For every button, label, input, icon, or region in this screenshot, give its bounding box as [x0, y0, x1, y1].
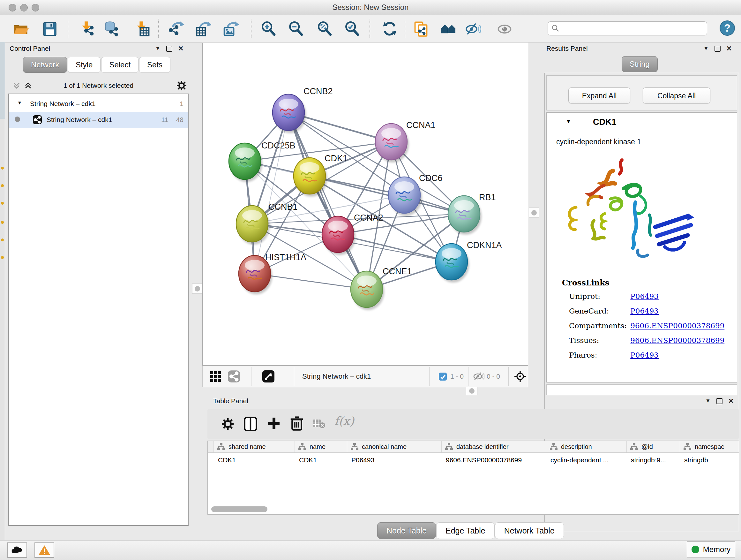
control-panel-float-icon[interactable] — [166, 46, 172, 52]
hidden-eye-icon[interactable] — [473, 372, 484, 382]
memory-label: Memory — [703, 545, 731, 554]
delete-column-trash-icon[interactable] — [290, 416, 304, 432]
network-collection-row[interactable]: ▼ String Network – cdk1 1 — [9, 97, 188, 111]
crosslink-link[interactable]: 9606.ENSP00000378699 — [630, 321, 724, 330]
column-header-canonical-name[interactable]: canonical name — [347, 441, 442, 452]
column-header-shared-name[interactable]: shared name — [213, 441, 295, 452]
gene-collapse-icon[interactable]: ▼ — [566, 118, 571, 125]
network-row[interactable]: String Network – cdk1 11 48 — [9, 112, 188, 128]
export-image-icon[interactable] — [223, 21, 239, 37]
home-pair-icon[interactable] — [441, 21, 456, 37]
results-panel-float-icon[interactable] — [715, 46, 721, 52]
results-panel-collapse-icon[interactable]: ▼ — [703, 45, 709, 52]
table-horizontal-scrollbar[interactable] — [211, 506, 267, 512]
network-node-CDC6[interactable]: CDC6 — [388, 173, 443, 216]
export-network-icon[interactable] — [169, 21, 185, 37]
column-header-name[interactable]: name — [294, 441, 347, 452]
control-panel-close-icon[interactable]: ✕ — [178, 45, 184, 52]
birdseye-view-icon[interactable] — [262, 370, 275, 384]
clone-network-icon[interactable] — [413, 21, 429, 37]
network-node-CCNE1[interactable]: CCNE1 — [351, 266, 412, 310]
warnings-button[interactable] — [35, 543, 54, 558]
splitter-handle-left[interactable] — [192, 284, 202, 294]
network-canvas[interactable]: CCNB2 CCNA1 CDC25B CDK1 — [202, 43, 528, 366]
network-node-HIST1H1A[interactable]: HIST1H1A — [239, 253, 307, 294]
import-network-from-database-icon[interactable] — [104, 21, 120, 37]
crosslink-link[interactable]: 9606.ENSP00000378699 — [630, 336, 724, 345]
table-cell[interactable]: cyclin-dependent ... — [550, 454, 626, 466]
column-header-database-identifier[interactable]: database identifier — [441, 441, 546, 452]
table-cell[interactable]: P06493 — [351, 454, 441, 466]
tab-string[interactable]: String — [622, 56, 658, 72]
network-node-CCNB2[interactable]: CCNB2 — [273, 86, 333, 133]
memory-button[interactable]: Memory — [687, 542, 735, 557]
column-header-description[interactable]: description — [546, 441, 627, 452]
open-session-icon[interactable] — [13, 21, 29, 37]
results-panel-close-icon[interactable]: ✕ — [726, 45, 732, 52]
cloud-button[interactable] — [7, 543, 27, 558]
tab-edge-table[interactable]: Edge Table — [436, 522, 495, 539]
table-cell[interactable]: stringdb:9... — [631, 454, 679, 466]
column-header-@id[interactable]: @id — [626, 441, 680, 452]
show-hide-graphics-icon[interactable] — [465, 21, 481, 37]
collapse-all-button[interactable]: Collapse All — [643, 87, 711, 104]
zoom-fit-icon[interactable] — [317, 21, 333, 37]
node-label: CDKN1A — [467, 240, 502, 250]
network-edge[interactable] — [255, 112, 288, 273]
node-table[interactable]: shared name name canonical name database… — [207, 441, 739, 515]
node-table-header: shared name name canonical name database… — [208, 441, 739, 453]
save-session-icon[interactable] — [42, 21, 57, 37]
crosslink-link[interactable]: P06493 — [630, 292, 659, 300]
splitter-handle-bottom[interactable] — [466, 386, 477, 395]
table-panel-collapse-icon[interactable]: ▼ — [705, 398, 711, 404]
tab-network[interactable]: Network — [23, 57, 67, 73]
tree-expand-icon[interactable]: ▼ — [17, 100, 22, 105]
results-scrollbar[interactable] — [546, 384, 737, 395]
table-panel-close-icon[interactable]: ✕ — [728, 397, 734, 405]
control-panel-collapse-icon[interactable]: ▼ — [155, 45, 160, 52]
network-node-CCNB1[interactable]: CCNB1 — [236, 202, 298, 245]
network-node-RB1[interactable]: RB1 — [448, 192, 496, 235]
network-options-gear-icon[interactable] — [176, 80, 187, 93]
table-panel-float-icon[interactable] — [717, 398, 723, 404]
network-node-CDKN1A[interactable]: CDKN1A — [435, 240, 502, 283]
tab-network-table[interactable]: Network Table — [495, 522, 564, 539]
tab-style[interactable]: Style — [68, 57, 100, 73]
create-column-plus-icon[interactable] — [267, 416, 281, 432]
zoom-in-icon[interactable] — [260, 21, 276, 37]
titlebar: Session: New Session — [0, 0, 741, 15]
table-settings-gear-icon[interactable] — [221, 417, 235, 432]
node-label: CCNB2 — [304, 86, 333, 96]
crosslink-link[interactable]: P06493 — [630, 351, 659, 359]
grid-view-icon[interactable] — [210, 371, 222, 384]
show-columns-icon[interactable] — [243, 416, 258, 433]
crosslink-link[interactable]: P06493 — [630, 307, 659, 315]
application-window: Session: New Session ? Control Panel ▼ ✕… — [0, 0, 741, 560]
table-cell[interactable]: CDK1 — [299, 454, 346, 466]
table-cell[interactable]: 9606.ENSP00000378699 — [446, 454, 545, 466]
column-header-namespac[interactable]: namespac — [680, 441, 739, 452]
import-network-from-file-icon[interactable] — [80, 21, 96, 37]
network-node-CDK1[interactable]: CDK1 — [293, 153, 347, 197]
tab-sets[interactable]: Sets — [139, 57, 171, 73]
refresh-view-icon[interactable] — [382, 21, 398, 37]
splitter-handle-right[interactable] — [529, 207, 539, 218]
export-table-icon[interactable] — [195, 21, 211, 37]
tab-node-table[interactable]: Node Table — [377, 522, 436, 539]
zoom-out-icon[interactable] — [288, 21, 304, 37]
toolbar-separator — [251, 19, 252, 38]
gene-header-row[interactable]: ▼ CDK1 — [547, 113, 737, 132]
selected-checkbox-icon[interactable] — [439, 372, 447, 382]
fit-selected-crosshair-icon[interactable] — [514, 370, 526, 384]
table-cell[interactable]: stringdb — [684, 454, 738, 466]
help-icon[interactable]: ? — [719, 20, 735, 36]
network-node-CDC25B[interactable]: CDC25B — [229, 141, 295, 182]
import-table-from-file-icon[interactable] — [134, 21, 150, 37]
network-view-mode-icon[interactable] — [227, 370, 240, 384]
tab-select[interactable]: Select — [101, 57, 138, 73]
zoom-selected-icon[interactable] — [344, 21, 360, 37]
expand-all-button[interactable]: Expand All — [568, 87, 630, 104]
search-input[interactable] — [548, 21, 707, 36]
network-edge[interactable] — [288, 112, 367, 289]
table-cell[interactable]: CDK1 — [218, 454, 294, 466]
